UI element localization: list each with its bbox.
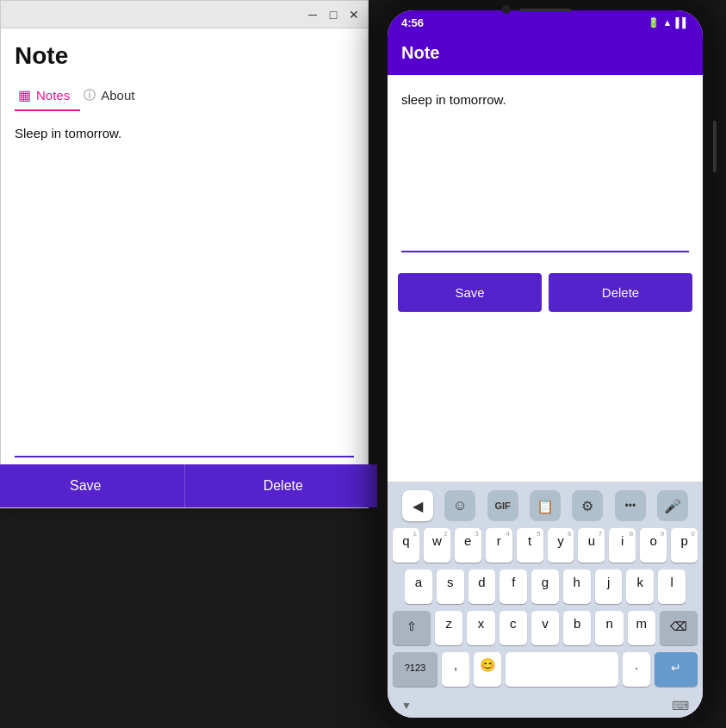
title-bar: ─ □ ✕: [1, 1, 368, 28]
tab-notes-label: Notes: [36, 88, 70, 103]
key-e[interactable]: e3: [455, 528, 481, 563]
key-l[interactable]: l: [658, 569, 686, 604]
phone-camera: [502, 5, 511, 14]
key-o[interactable]: o9: [640, 528, 667, 563]
key-w[interactable]: w2: [424, 528, 450, 563]
key-b[interactable]: b: [563, 611, 591, 645]
keyboard-more-button[interactable]: •••: [615, 490, 646, 521]
tab-bar: ▦ Notes ⓘ About: [15, 80, 354, 110]
keyboard-area: ◀ ☺ GIF 📋 ⚙ ••• 🎤 q1 w2 e3 r4 t5 y6 u7: [388, 482, 703, 694]
phone-status-icons: 🔋 ▲ ▌▌: [648, 17, 689, 28]
key-d[interactable]: d: [468, 569, 496, 604]
phone-speaker: [519, 9, 571, 12]
key-v[interactable]: v: [531, 611, 559, 645]
keyboard-toolbar: ◀ ☺ GIF 📋 ⚙ ••• 🎤: [389, 487, 701, 528]
keyboard-gif-button[interactable]: GIF: [487, 490, 518, 521]
phone-action-buttons: Save Delete: [388, 263, 703, 322]
key-period[interactable]: .: [623, 652, 650, 687]
maximize-button[interactable]: □: [326, 8, 340, 22]
tab-about-label: About: [101, 88, 134, 103]
keyboard-row-1: q1 w2 e3 r4 t5 y6 u7 i8 o9 p0: [393, 528, 698, 563]
key-a[interactable]: a: [405, 569, 432, 604]
key-c[interactable]: c: [500, 611, 527, 645]
key-s[interactable]: s: [437, 569, 464, 604]
desktop-action-buttons: Save Delete: [0, 464, 382, 507]
keyboard-emoji-panel-button[interactable]: ☺: [444, 490, 475, 521]
key-comma[interactable]: ,: [442, 652, 469, 687]
key-z[interactable]: z: [435, 611, 462, 645]
phone-app-content: sleep in tomorrow. Save Delete: [388, 75, 703, 482]
desktop-window: ─ □ ✕ Note ▦ Notes ⓘ About Sleep in tomo…: [0, 0, 369, 508]
title-bar-controls: ─ □ ✕: [306, 8, 361, 22]
key-y[interactable]: y6: [548, 528, 574, 563]
tab-about[interactable]: ⓘ About: [80, 80, 145, 110]
phone-app-bar: Note: [388, 34, 703, 75]
key-emoji[interactable]: 😊: [474, 652, 501, 687]
key-backspace[interactable]: ⌫: [660, 611, 698, 645]
key-m[interactable]: m: [628, 611, 655, 645]
desktop-delete-button[interactable]: Delete: [185, 464, 382, 507]
keyboard-row-2: a s d f g h j k l: [393, 569, 698, 604]
wifi-icon: ▲: [663, 17, 673, 28]
key-h[interactable]: h: [563, 569, 591, 604]
key-q[interactable]: q1: [393, 528, 419, 563]
desktop-note-area: Sleep in tomorrow.: [15, 121, 354, 464]
desktop-save-button[interactable]: Save: [0, 464, 185, 507]
desktop-note-input[interactable]: Sleep in tomorrow.: [15, 121, 354, 449]
key-i[interactable]: i8: [609, 528, 636, 563]
phone-device: 4:56 🔋 ▲ ▌▌ Note sleep in tomorrow. Save…: [377, 0, 713, 728]
key-enter[interactable]: ↵: [655, 652, 698, 687]
key-x[interactable]: x: [467, 611, 494, 645]
desktop-divider: [15, 456, 354, 457]
phone-note-divider: [401, 251, 689, 252]
phone-time: 4:56: [401, 16, 424, 29]
phone-app-title: Note: [401, 43, 689, 63]
keyboard-clipboard-button[interactable]: 📋: [530, 490, 561, 521]
window-content: Note ▦ Notes ⓘ About Sleep in tomorrow.: [1, 28, 368, 464]
empty-area: [388, 322, 703, 482]
key-u[interactable]: u7: [578, 528, 605, 563]
tab-notes[interactable]: ▦ Notes: [15, 80, 80, 110]
key-space[interactable]: [506, 652, 618, 687]
battery-icon: 🔋: [648, 17, 660, 28]
key-r[interactable]: r4: [486, 528, 512, 563]
keyboard-settings-button[interactable]: ⚙: [572, 490, 603, 521]
desktop-app-title: Note: [15, 42, 354, 70]
key-f[interactable]: f: [500, 569, 527, 604]
phone-bottom-bar: ▼ ⌨: [388, 694, 703, 718]
keyboard-row-4: ?123 , 😊 . ↵: [393, 652, 698, 690]
keyboard-collapse-icon[interactable]: ▼: [401, 700, 412, 712]
key-g[interactable]: g: [531, 569, 559, 604]
key-p[interactable]: p0: [671, 528, 698, 563]
key-n[interactable]: n: [595, 611, 623, 645]
keyboard-switch-icon[interactable]: ⌨: [672, 699, 689, 712]
keyboard-row-3: ⇧ z x c v b n m ⌫: [393, 611, 698, 645]
phone-screen: 4:56 🔋 ▲ ▌▌ Note sleep in tomorrow. Save…: [388, 10, 703, 718]
close-button[interactable]: ✕: [347, 8, 361, 22]
minimize-button[interactable]: ─: [306, 8, 320, 22]
phone-status-bar: 4:56 🔋 ▲ ▌▌: [388, 10, 703, 34]
key-k[interactable]: k: [626, 569, 654, 604]
phone-save-button[interactable]: Save: [398, 273, 542, 312]
phone-note-text: sleep in tomorrow.: [401, 92, 689, 244]
keyboard-rows: q1 w2 e3 r4 t5 y6 u7 i8 o9 p0 a s d f: [389, 528, 701, 690]
key-shift[interactable]: ⇧: [393, 611, 431, 645]
phone-delete-button[interactable]: Delete: [549, 273, 692, 312]
key-numbers[interactable]: ?123: [393, 652, 437, 687]
phone-note-area: sleep in tomorrow.: [388, 75, 703, 263]
key-t[interactable]: t5: [517, 528, 543, 563]
phone-power-button[interactable]: [713, 121, 717, 172]
signal-icon: ▌▌: [675, 17, 689, 28]
keyboard-back-button[interactable]: ◀: [402, 490, 433, 521]
key-j[interactable]: j: [595, 569, 623, 604]
notes-icon: ▦: [18, 87, 31, 103]
keyboard-mic-button[interactable]: 🎤: [657, 490, 688, 521]
info-icon: ⓘ: [84, 88, 96, 103]
